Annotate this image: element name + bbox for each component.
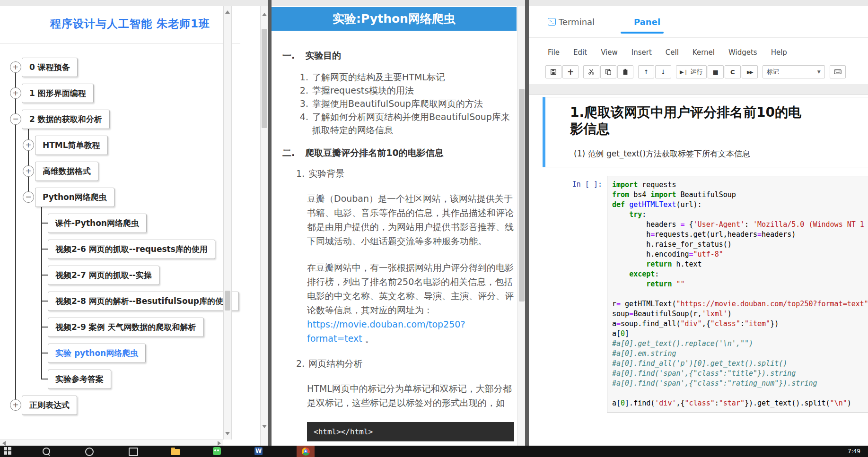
paste-icon <box>622 69 629 75</box>
menu-item-insert[interactable]: Insert <box>631 48 652 57</box>
menu-item-edit[interactable]: Edit <box>573 48 587 57</box>
tree-node[interactable]: 1 图形界面编程 <box>22 84 94 103</box>
tree-collapse-icon[interactable]: − <box>23 191 34 203</box>
file-explorer-icon[interactable] <box>171 447 180 455</box>
screen: 程序设计与人工智能 朱老师1班 +0 课程预备+1 图形界面编程−2 数据的获取… <box>0 0 868 457</box>
tab-terminal[interactable]: Terminal <box>559 17 595 27</box>
tree-node[interactable]: 视频2-6 网页的抓取--requests库的使用 <box>48 240 215 259</box>
scrollbar-thumb[interactable] <box>262 29 267 128</box>
windows-taskbar: W 7:49 <box>0 446 868 457</box>
tabbar-divider <box>529 37 868 38</box>
markdown-cell[interactable]: 1.爬取该网页中用户评分排名前10的电影信息 (1) 范例 get_text()… <box>543 97 868 167</box>
scroll-down-icon[interactable] <box>262 425 267 428</box>
scroll-right-icon[interactable] <box>218 441 221 446</box>
paste-cell-button[interactable] <box>617 65 633 78</box>
tree-expand-icon[interactable]: + <box>10 399 21 411</box>
restart-run-all-button[interactable]: ▶▶ <box>742 65 758 78</box>
cortana-icon[interactable] <box>85 448 94 456</box>
menu-item-cell[interactable]: Cell <box>666 48 679 57</box>
tree-node[interactable]: HTML简单教程 <box>35 136 108 155</box>
scrollbar-thumb[interactable] <box>519 89 525 302</box>
restart-kernel-button[interactable]: C <box>725 65 741 78</box>
tree-node[interactable]: 视频2-7 网页的抓取--实操 <box>48 266 159 285</box>
copy-cell-button[interactable] <box>600 65 616 78</box>
tree-branch <box>41 379 48 379</box>
markdown-cell-title: 1.爬取该网页中用户评分排名前10的电影信息 <box>570 104 803 137</box>
tree-node[interactable]: Python网络爬虫 <box>35 188 114 207</box>
tree-branch <box>41 327 48 328</box>
chevron-down-icon: ▼ <box>817 69 821 74</box>
window-divider[interactable] <box>268 0 272 446</box>
copy-icon <box>605 69 612 75</box>
tree-expand-icon[interactable]: + <box>23 139 34 151</box>
tree-collapse-icon[interactable]: − <box>10 113 21 125</box>
terminal-icon[interactable]: >_ <box>548 18 556 26</box>
douban-link[interactable]: https://movie.douban.com/top250?format=t… <box>307 319 465 344</box>
tree-node[interactable]: 实验参考答案 <box>48 370 111 389</box>
chrome-icon[interactable] <box>297 446 315 457</box>
code-line: return h.text <box>612 259 867 269</box>
move-cell-up-button[interactable]: ↑ <box>638 65 654 78</box>
notebook-top-band <box>529 84 868 95</box>
tree-node[interactable]: 0 课程预备 <box>22 58 78 77</box>
experiment-document: 实验:Python网络爬虫 一.实验目的1.了解网页的结构及主要HTML标记2.… <box>272 6 517 446</box>
code-editor[interactable]: import requestsfrom bs4 import Beautiful… <box>607 176 868 413</box>
tree-expand-icon[interactable]: + <box>10 87 21 99</box>
tree-node[interactable]: 正则表达式 <box>22 396 77 415</box>
interrupt-kernel-button[interactable]: ■ <box>708 65 724 78</box>
tree-node[interactable]: 高维数据格式 <box>35 162 98 181</box>
add-cell-button[interactable]: + <box>562 65 579 78</box>
menu-item-help[interactable]: Help <box>771 48 787 57</box>
html-code-block: <html></html> <box>307 422 514 441</box>
save-button[interactable] <box>545 65 561 78</box>
scroll-up-icon[interactable] <box>225 10 230 14</box>
tree-expand-icon[interactable]: + <box>23 165 34 177</box>
tree-expand-icon[interactable]: + <box>10 61 21 73</box>
arrow-up-icon: ↑ <box>644 69 649 76</box>
restart-icon: C <box>730 69 735 76</box>
scrollbar-thumb[interactable] <box>225 291 230 310</box>
tree-branch <box>41 275 48 276</box>
tree-node[interactable]: 课件-Python网络爬虫 <box>48 214 147 233</box>
tree-branch <box>41 249 48 250</box>
scroll-down-icon[interactable] <box>225 432 230 435</box>
menu-item-view[interactable]: View <box>601 48 618 57</box>
code-line: h.raise_for_status() <box>612 240 867 250</box>
scroll-left-icon[interactable] <box>2 441 6 446</box>
code-line: a[0] <box>612 329 867 339</box>
left-horizontal-scrollbar[interactable] <box>0 440 223 446</box>
tree-node[interactable]: 实验 python网络爬虫 <box>48 344 146 363</box>
window-divider[interactable] <box>525 0 529 446</box>
menu-item-file[interactable]: File <box>548 48 560 57</box>
cut-cell-button[interactable] <box>583 65 599 78</box>
code-line: #a[0].find_all('p')[0].get_text().split(… <box>612 359 867 369</box>
paragraph: HTML网页中的标记分为单标记和双标记，大部分都是双标记，这些标记是以标签对的形… <box>307 381 514 410</box>
command-palette-button[interactable] <box>830 65 846 78</box>
tree-node[interactable]: 视频2-9 案例 天气网数据的爬取和解析 <box>48 318 204 337</box>
run-cell-button[interactable]: ▶❘ 运行 <box>676 65 707 78</box>
scroll-up-icon[interactable] <box>262 13 267 16</box>
wechat-icon[interactable] <box>213 447 221 455</box>
code-line: r= getHTMLText("https://movie.douban.com… <box>612 299 867 309</box>
cell-type-dropdown[interactable]: 标记 ▼ <box>763 65 825 78</box>
tree-branch <box>41 223 48 224</box>
keyboard-icon <box>834 69 842 75</box>
list-item: 4.了解如何分析网页结构并使用BeautifulSoup库来抓取特定的网络信息 <box>296 110 514 137</box>
code-line: from bs4 import BeautifulSoup <box>612 190 867 200</box>
cell-prompt: In [ ]: <box>545 176 607 189</box>
left-vertical-scrollbar[interactable] <box>223 6 232 440</box>
course-map-panel: 程序设计与人工智能 朱老师1班 +0 课程预备+1 图形界面编程−2 数据的获取… <box>0 6 260 446</box>
move-cell-down-button[interactable]: ↓ <box>655 65 671 78</box>
paragraph: 在豆瓣网站中，有一张根据网站用户评分得到的电影排行榜，列出了排名前250名电影的… <box>307 260 514 345</box>
task-view-icon[interactable] <box>129 448 138 456</box>
menu-item-widgets[interactable]: Widgets <box>728 48 757 57</box>
search-icon[interactable] <box>43 448 50 455</box>
tree-node[interactable]: 视频2-8 网页的解析--BesutifulSoup库的使用 <box>48 292 239 311</box>
tab-panel[interactable]: Panel <box>634 17 660 27</box>
code-line: h.encoding="utf-8" <box>612 250 867 259</box>
word-icon[interactable]: W <box>254 447 263 455</box>
scissors-icon <box>588 69 595 75</box>
tree-node[interactable]: 2 数据的获取和分析 <box>22 110 110 129</box>
menu-item-kernel[interactable]: Kernel <box>693 48 715 57</box>
windows-start-icon[interactable] <box>4 447 11 455</box>
